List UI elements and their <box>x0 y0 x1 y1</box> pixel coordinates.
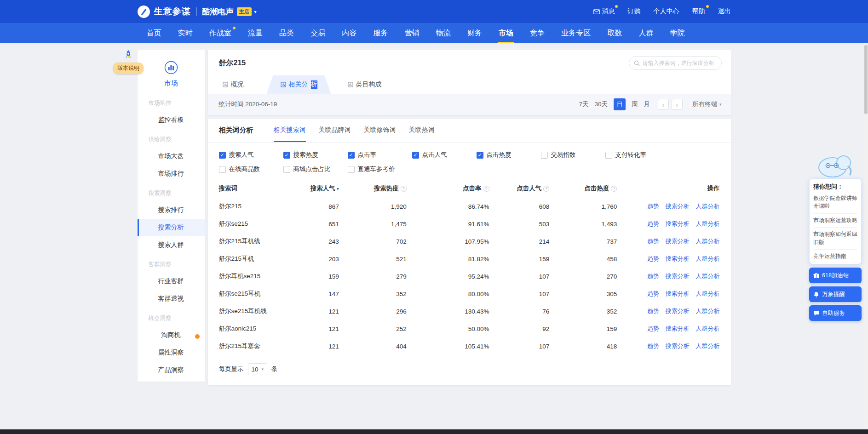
question-link[interactable]: 市场洞察如何返回旧版 <box>813 228 857 250</box>
nav-marketing[interactable]: 营销 <box>405 23 420 43</box>
trend-link[interactable]: 趋势 <box>647 290 659 297</box>
search-analysis-link[interactable]: 搜索分析 <box>666 308 690 314</box>
tab-overview[interactable]: 概况 <box>219 75 247 94</box>
terminal-filter-dropdown[interactable]: 所有终端 ▾ <box>692 100 722 108</box>
filter-trade-index[interactable]: 交易指数 <box>541 151 605 159</box>
question-link[interactable]: 竞争运营指南 <box>813 250 857 263</box>
search-analysis-link[interactable]: 搜索分析 <box>666 343 690 349</box>
sidebar-item-crowd-perspective[interactable]: 客群透视 <box>138 290 205 308</box>
crowd-analysis-link[interactable]: 人群分析 <box>696 343 720 349</box>
search-analysis-link[interactable]: 搜索分析 <box>666 203 690 210</box>
self-service-button[interactable]: 自助服务 <box>809 305 862 321</box>
tab-category-composition[interactable]: 类目构成 <box>344 75 385 94</box>
search-analysis-link[interactable]: 搜索分析 <box>666 290 690 297</box>
trend-link[interactable]: 趋势 <box>647 238 659 245</box>
filter-ztc-reference-price[interactable]: 直通车参考价 <box>348 165 412 173</box>
version-note-label[interactable]: 版本说明 <box>113 63 144 74</box>
crowd-analysis-link[interactable]: 人群分析 <box>696 238 720 245</box>
sidebar-item-attribute-insight[interactable]: 属性洞察 <box>138 344 205 361</box>
crowd-analysis-link[interactable]: 人群分析 <box>696 325 720 332</box>
question-circle-icon[interactable]: ? <box>611 186 617 192</box>
logout-link[interactable]: 退出 <box>718 7 731 16</box>
crowd-analysis-link[interactable]: 人群分析 <box>696 273 720 280</box>
search-analysis-link[interactable]: 搜索分析 <box>666 238 690 245</box>
filter-pay-conversion[interactable]: 支付转化率 <box>605 151 670 159</box>
col-search-heat[interactable]: 搜索热度? <box>339 179 407 198</box>
help-link[interactable]: 帮助 <box>692 7 705 16</box>
granularity-week-button[interactable]: 周 <box>632 100 638 108</box>
nav-traffic[interactable]: 流量 <box>248 23 263 43</box>
nav-crowd[interactable]: 人群 <box>638 23 653 43</box>
search-analysis-link[interactable]: 搜索分析 <box>666 220 690 227</box>
logo[interactable]: 生意参谋 <box>138 6 191 18</box>
version-note-float[interactable]: 版本说明 <box>113 50 144 74</box>
page-size-select[interactable]: 10 ▾ <box>248 363 268 375</box>
trend-link[interactable]: 趋势 <box>647 220 659 227</box>
nav-realtime[interactable]: 实时 <box>178 23 193 43</box>
sidebar-item-market-ranking[interactable]: 市场排行 <box>138 165 205 183</box>
next-date-button[interactable]: › <box>672 99 683 110</box>
nav-home[interactable]: 首页 <box>147 23 161 43</box>
sidebar-item-tao-opportunity[interactable]: 淘商机 <box>138 326 205 344</box>
filter-online-products[interactable]: 在线商品数 <box>219 165 283 173</box>
trend-link[interactable]: 趋势 <box>647 273 659 280</box>
crowd-analysis-link[interactable]: 人群分析 <box>696 290 720 297</box>
granularity-month-button[interactable]: 月 <box>644 100 650 108</box>
nav-academy[interactable]: 学院 <box>670 23 685 43</box>
granularity-day-button[interactable]: 日 <box>614 98 626 110</box>
prev-date-button[interactable]: ‹ <box>658 99 669 110</box>
col-search-popularity[interactable]: 搜索人气▾ <box>294 179 339 198</box>
question-circle-icon[interactable]: ? <box>483 186 489 192</box>
filter-click-rate[interactable]: 点击率 <box>348 151 412 159</box>
sidebar-item-search-crowd[interactable]: 搜索人群 <box>138 236 205 254</box>
sidebar-item-search-ranking[interactable]: 搜索排行 <box>138 201 205 219</box>
subtab-related-brand-words[interactable]: 关联品牌词 <box>319 119 351 142</box>
nav-content[interactable]: 内容 <box>342 23 356 43</box>
nav-market[interactable]: 市场 <box>499 23 513 43</box>
crowd-analysis-link[interactable]: 人群分析 <box>696 308 720 314</box>
sidebar-item-search-analysis[interactable]: 搜索分析 <box>138 219 205 236</box>
trend-link[interactable]: 趋势 <box>647 255 659 262</box>
search-input[interactable] <box>643 60 717 66</box>
subscribe-link[interactable]: 订购 <box>628 7 641 16</box>
sidebar-item-monitor-board[interactable]: 监控看板 <box>138 111 205 129</box>
profile-link[interactable]: 个人中心 <box>654 7 679 16</box>
nav-logistics[interactable]: 物流 <box>436 23 451 43</box>
nav-data-fetch[interactable]: 取数 <box>607 23 622 43</box>
filter-click-popularity[interactable]: 点击人气 <box>412 151 477 159</box>
crowd-analysis-link[interactable]: 人群分析 <box>696 255 720 262</box>
crowd-analysis-link[interactable]: 人群分析 <box>696 203 720 210</box>
question-link[interactable]: 数据学院金牌讲师开课啦 <box>813 192 857 214</box>
nav-category[interactable]: 品类 <box>279 23 294 43</box>
browser-scrollbar[interactable] <box>864 43 868 429</box>
tab-related-analysis[interactable]: 相关分析 <box>267 75 331 94</box>
subtab-related-hot-words[interactable]: 关联热词 <box>409 119 435 142</box>
search-analysis-link[interactable]: 搜索分析 <box>666 273 690 280</box>
sidebar-item-product-insight[interactable]: 产品洞察 <box>138 361 205 379</box>
filter-search-heat[interactable]: 搜索热度 <box>283 151 348 159</box>
search-analysis-link[interactable]: 搜索分析 <box>666 325 690 332</box>
trend-link[interactable]: 趋势 <box>647 308 659 314</box>
nav-trade[interactable]: 交易 <box>310 23 325 43</box>
nav-war-room[interactable]: 作战室 <box>209 23 231 43</box>
col-click-rate[interactable]: 点击率? <box>407 179 489 198</box>
keyword-search-box[interactable] <box>629 56 722 70</box>
elephant-mascot-icon[interactable] <box>809 152 862 180</box>
trend-link[interactable]: 趋势 <box>647 203 659 210</box>
reminder-button[interactable]: 万象提醒 <box>809 286 862 302</box>
nav-business-zone[interactable]: 业务专区 <box>561 23 591 43</box>
event-618-button[interactable]: 618加油站 <box>809 268 862 283</box>
question-link[interactable]: 市场洞察运营攻略 <box>813 214 857 228</box>
sort-desc-icon[interactable]: ▾ <box>337 186 339 191</box>
trend-link[interactable]: 趋势 <box>647 325 659 332</box>
shop-name[interactable]: 酷潮电声 <box>202 6 234 17</box>
trend-link[interactable]: 趋势 <box>647 343 659 349</box>
nav-service[interactable]: 服务 <box>373 23 388 43</box>
messages-link[interactable]: 消息 <box>593 7 615 16</box>
shop-chevron-down-icon[interactable]: ▾ <box>254 9 257 14</box>
filter-click-heat[interactable]: 点击热度 <box>477 151 541 159</box>
filter-search-popularity[interactable]: 搜索人气 <box>219 151 283 159</box>
crowd-analysis-link[interactable]: 人群分析 <box>696 220 720 227</box>
sidebar-item-industry-crowd[interactable]: 行业客群 <box>138 273 205 290</box>
question-circle-icon[interactable]: ? <box>401 186 407 192</box>
